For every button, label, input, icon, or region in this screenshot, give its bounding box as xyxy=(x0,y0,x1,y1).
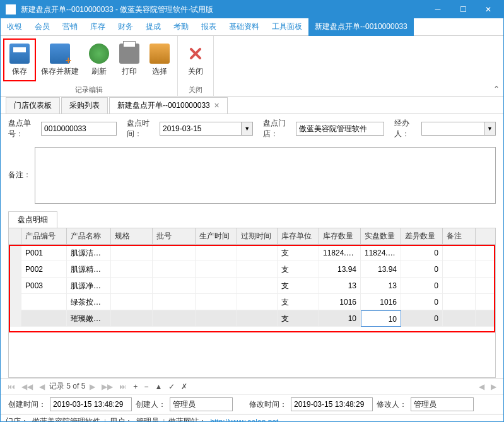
th-stock[interactable]: 库存数量 xyxy=(319,228,361,244)
tab-purchase-list[interactable]: 采购列表 xyxy=(61,97,108,114)
nav-cancel-icon[interactable]: ✗ xyxy=(179,382,189,391)
cell[interactable] xyxy=(443,310,476,327)
menu-basicdata[interactable]: 基础资料 xyxy=(223,18,266,36)
cell[interactable]: 璀璨嫩白... xyxy=(67,310,111,327)
tab-dashboard[interactable]: 门店仪表板 xyxy=(6,97,60,114)
cell[interactable] xyxy=(196,261,237,278)
cell[interactable] xyxy=(443,278,476,294)
nav-delete-icon[interactable]: − xyxy=(142,382,150,391)
cell[interactable]: 支 xyxy=(278,261,319,278)
cell[interactable] xyxy=(237,278,278,294)
nav-scroll-left-icon[interactable]: ◀ xyxy=(477,382,486,391)
cell[interactable]: 绿茶按摩... xyxy=(67,294,111,310)
cell[interactable] xyxy=(111,294,153,310)
menu-inventory[interactable]: 库存 xyxy=(84,18,112,36)
cell[interactable]: P001 xyxy=(21,245,67,261)
cell[interactable]: 0 xyxy=(401,278,443,294)
cell[interactable] xyxy=(111,310,153,327)
detail-tab-button[interactable]: 盘点明细 xyxy=(8,211,57,228)
cell[interactable]: P002 xyxy=(21,261,67,278)
maximize-button[interactable]: ☐ xyxy=(450,1,476,18)
remark-textarea[interactable] xyxy=(35,147,496,204)
cell[interactable]: 13 xyxy=(319,278,361,294)
time-input[interactable] xyxy=(160,122,242,136)
cell[interactable]: 10 xyxy=(319,310,361,327)
cell[interactable]: 0 xyxy=(401,294,443,310)
nav-check-icon[interactable]: ✓ xyxy=(167,382,177,391)
cell[interactable] xyxy=(111,278,153,294)
nav-next-icon[interactable]: ▶ xyxy=(88,382,97,391)
th-proddate[interactable]: 生产时间 xyxy=(196,228,237,244)
save-button[interactable]: 保存 xyxy=(3,38,36,81)
cell[interactable] xyxy=(9,261,21,278)
th-actual[interactable]: 实盘数量 xyxy=(361,228,401,244)
cell[interactable] xyxy=(9,294,21,310)
time-dropdown-icon[interactable]: ▼ xyxy=(242,122,253,136)
cell[interactable] xyxy=(153,245,196,261)
th-code[interactable]: 产品编号 xyxy=(21,228,67,244)
ribbon-expand-icon[interactable]: ⌃ xyxy=(493,85,500,93)
cell[interactable]: 13 xyxy=(361,278,401,294)
cell[interactable]: 肌源净化... xyxy=(67,278,111,294)
menu-commission[interactable]: 提成 xyxy=(139,18,167,36)
menu-member[interactable]: 会员 xyxy=(28,18,56,36)
nav-prev-icon[interactable]: ◀ xyxy=(37,382,47,391)
menu-attendance[interactable]: 考勤 xyxy=(167,18,195,36)
print-button[interactable]: 打印 xyxy=(114,38,144,81)
cell[interactable] xyxy=(153,261,196,278)
menu-marketing[interactable]: 营销 xyxy=(56,18,84,36)
menu-toolpanel[interactable]: 工具面板 xyxy=(266,18,308,36)
cell[interactable]: 肌源洁肤乳 xyxy=(67,245,111,261)
nav-add-icon[interactable]: + xyxy=(131,382,139,391)
table-row[interactable]: P002肌源精华水支13.9413.940 xyxy=(9,261,495,278)
refresh-button[interactable]: 刷新 xyxy=(84,38,114,81)
nav-nextpage-icon[interactable]: ▶▶ xyxy=(100,382,115,391)
nav-first-icon[interactable]: ⏮ xyxy=(6,382,17,391)
cell[interactable] xyxy=(237,245,278,261)
tab-close-icon[interactable]: ✕ xyxy=(214,102,220,110)
th-diff[interactable]: 差异数量 xyxy=(401,228,443,244)
cell[interactable]: 11824.9... xyxy=(361,245,401,261)
nav-edit-icon[interactable]: ▲ xyxy=(153,382,164,391)
nav-scroll-right-icon[interactable]: ▶ xyxy=(489,382,498,391)
cell[interactable]: P003 xyxy=(21,278,67,294)
close-button[interactable]: 关闭 xyxy=(180,38,211,81)
tab-inventory-order[interactable]: 新建盘点开单--0010000033 ✕ xyxy=(109,97,228,114)
cell[interactable] xyxy=(196,310,237,327)
nav-last-icon[interactable]: ⏭ xyxy=(117,382,129,391)
menu-active-tab[interactable]: 新建盘点开单--0010000033 xyxy=(308,18,414,36)
cell[interactable] xyxy=(111,245,153,261)
cell[interactable] xyxy=(443,261,476,278)
cell[interactable] xyxy=(196,278,237,294)
cell[interactable]: 支 xyxy=(278,310,319,327)
cell[interactable]: 支 xyxy=(278,294,319,310)
cell[interactable]: 1016 xyxy=(361,294,401,310)
cell[interactable] xyxy=(237,294,278,310)
table-row[interactable]: P003肌源净化...支13130 xyxy=(9,278,495,294)
menu-finance[interactable]: 财务 xyxy=(112,18,139,36)
th-unit[interactable]: 库存单位 xyxy=(278,228,319,244)
th-batch[interactable]: 批号 xyxy=(153,228,196,244)
store-input[interactable] xyxy=(296,122,384,136)
select-button[interactable]: 选择 xyxy=(144,38,175,81)
cell[interactable] xyxy=(21,294,67,310)
cell[interactable]: 11824.9... xyxy=(319,245,361,261)
cell[interactable]: 13.94 xyxy=(361,261,401,278)
order-no-input[interactable] xyxy=(41,122,117,136)
th-remark[interactable]: 备注 xyxy=(443,228,476,244)
cell[interactable] xyxy=(21,310,67,327)
status-site-link[interactable]: http://www.aolan.net xyxy=(210,418,278,423)
table-row[interactable]: P001肌源洁肤乳支11824.9...11824.9...0 xyxy=(9,245,495,261)
cell[interactable] xyxy=(9,310,21,327)
close-window-button[interactable]: ✕ xyxy=(476,1,501,18)
save-new-button[interactable]: 保存并新建 xyxy=(36,38,84,81)
cell[interactable]: 0 xyxy=(401,261,443,278)
cell[interactable] xyxy=(443,245,476,261)
nav-prevpage-icon[interactable]: ◀◀ xyxy=(20,382,35,391)
th-name[interactable]: 产品名称 xyxy=(67,228,111,244)
cell[interactable]: 支 xyxy=(278,278,319,294)
cell[interactable]: 0 xyxy=(401,310,443,327)
table-row[interactable]: 璀璨嫩白...支10100 xyxy=(9,310,495,327)
cell[interactable] xyxy=(196,245,237,261)
cell[interactable] xyxy=(153,294,196,310)
